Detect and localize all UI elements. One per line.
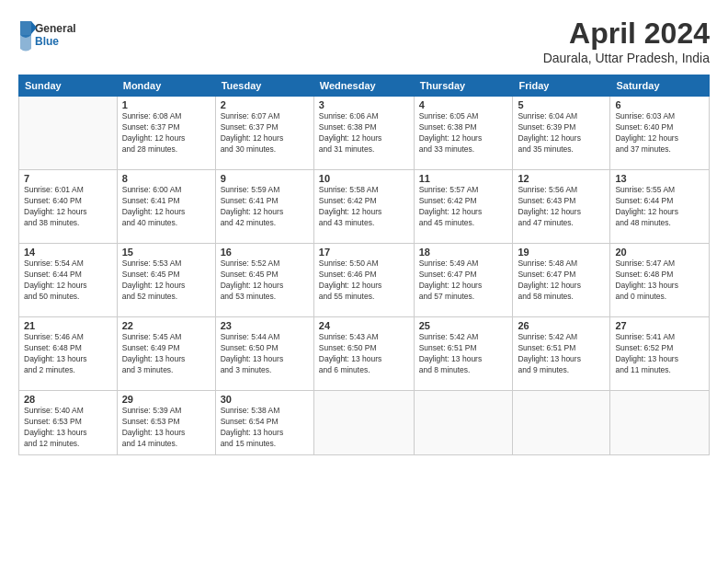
day-number: 14 <box>24 247 112 258</box>
day-number: 26 <box>518 320 605 331</box>
table-row: 17Sunrise: 5:50 AMSunset: 6:46 PMDayligh… <box>313 244 414 317</box>
table-row: 4Sunrise: 6:05 AMSunset: 6:38 PMDaylight… <box>414 97 513 170</box>
logo: General Blue <box>18 17 101 53</box>
table-row <box>610 391 710 455</box>
header-wednesday: Wednesday <box>313 75 414 97</box>
table-row: 21Sunrise: 5:46 AMSunset: 6:48 PMDayligh… <box>19 317 118 391</box>
calendar-week-row: 14Sunrise: 5:54 AMSunset: 6:44 PMDayligh… <box>19 244 710 317</box>
table-row: 27Sunrise: 5:41 AMSunset: 6:52 PMDayligh… <box>610 317 710 391</box>
header-tuesday: Tuesday <box>215 75 313 97</box>
day-info: Sunrise: 6:07 AMSunset: 6:37 PMDaylight:… <box>221 111 309 155</box>
table-row: 12Sunrise: 5:56 AMSunset: 6:43 PMDayligh… <box>513 170 610 244</box>
table-row: 23Sunrise: 5:44 AMSunset: 6:50 PMDayligh… <box>215 317 313 391</box>
header-monday: Monday <box>117 75 215 97</box>
day-info: Sunrise: 6:05 AMSunset: 6:38 PMDaylight:… <box>419 111 508 155</box>
day-number: 23 <box>221 320 309 331</box>
day-info: Sunrise: 5:44 AMSunset: 6:50 PMDaylight:… <box>221 332 309 376</box>
day-number: 18 <box>419 247 508 258</box>
day-number: 28 <box>24 394 112 405</box>
day-info: Sunrise: 5:50 AMSunset: 6:46 PMDaylight:… <box>319 259 409 303</box>
day-number: 25 <box>419 320 508 331</box>
day-info: Sunrise: 5:40 AMSunset: 6:53 PMDaylight:… <box>24 406 112 450</box>
table-row <box>19 97 118 170</box>
day-info: Sunrise: 5:47 AMSunset: 6:48 PMDaylight:… <box>615 259 704 303</box>
table-row: 30Sunrise: 5:38 AMSunset: 6:54 PMDayligh… <box>215 391 313 455</box>
header-sunday: Sunday <box>19 75 118 97</box>
day-info: Sunrise: 5:58 AMSunset: 6:42 PMDaylight:… <box>319 185 409 229</box>
day-info: Sunrise: 6:04 AMSunset: 6:39 PMDaylight:… <box>518 111 605 155</box>
page: General Blue April 2024 Daurala, Uttar P… <box>0 0 728 563</box>
month-title: April 2024 <box>543 17 710 51</box>
day-info: Sunrise: 5:46 AMSunset: 6:48 PMDaylight:… <box>24 332 112 376</box>
table-row: 15Sunrise: 5:53 AMSunset: 6:45 PMDayligh… <box>117 244 215 317</box>
day-info: Sunrise: 5:43 AMSunset: 6:50 PMDaylight:… <box>319 332 409 376</box>
day-info: Sunrise: 5:57 AMSunset: 6:42 PMDaylight:… <box>419 185 508 229</box>
day-info: Sunrise: 5:39 AMSunset: 6:53 PMDaylight:… <box>122 406 210 450</box>
day-number: 3 <box>319 99 409 110</box>
table-row: 22Sunrise: 5:45 AMSunset: 6:49 PMDayligh… <box>117 317 215 391</box>
day-info: Sunrise: 5:42 AMSunset: 6:51 PMDaylight:… <box>518 332 605 376</box>
table-row: 20Sunrise: 5:47 AMSunset: 6:48 PMDayligh… <box>610 244 710 317</box>
day-info: Sunrise: 5:41 AMSunset: 6:52 PMDaylight:… <box>615 332 704 376</box>
table-row: 11Sunrise: 5:57 AMSunset: 6:42 PMDayligh… <box>414 170 513 244</box>
table-row: 3Sunrise: 6:06 AMSunset: 6:38 PMDaylight… <box>313 97 414 170</box>
day-info: Sunrise: 5:42 AMSunset: 6:51 PMDaylight:… <box>419 332 508 376</box>
day-info: Sunrise: 5:59 AMSunset: 6:41 PMDaylight:… <box>221 185 309 229</box>
header-thursday: Thursday <box>414 75 513 97</box>
table-row: 5Sunrise: 6:04 AMSunset: 6:39 PMDaylight… <box>513 97 610 170</box>
calendar-week-row: 7Sunrise: 6:01 AMSunset: 6:40 PMDaylight… <box>19 170 710 244</box>
day-info: Sunrise: 5:52 AMSunset: 6:45 PMDaylight:… <box>221 259 309 303</box>
calendar-week-row: 21Sunrise: 5:46 AMSunset: 6:48 PMDayligh… <box>19 317 710 391</box>
day-number: 27 <box>615 320 704 331</box>
header-friday: Friday <box>513 75 610 97</box>
day-number: 11 <box>419 173 508 184</box>
day-info: Sunrise: 6:08 AMSunset: 6:37 PMDaylight:… <box>122 111 210 155</box>
day-info: Sunrise: 5:49 AMSunset: 6:47 PMDaylight:… <box>419 259 508 303</box>
day-number: 9 <box>221 173 309 184</box>
calendar-header-row: Sunday Monday Tuesday Wednesday Thursday… <box>19 75 710 97</box>
day-info: Sunrise: 5:56 AMSunset: 6:43 PMDaylight:… <box>518 185 605 229</box>
day-number: 16 <box>221 247 309 258</box>
table-row: 2Sunrise: 6:07 AMSunset: 6:37 PMDaylight… <box>215 97 313 170</box>
day-number: 15 <box>122 247 210 258</box>
day-info: Sunrise: 6:00 AMSunset: 6:41 PMDaylight:… <box>122 185 210 229</box>
table-row <box>414 391 513 455</box>
title-section: April 2024 Daurala, Uttar Pradesh, India <box>543 17 710 65</box>
day-number: 10 <box>319 173 409 184</box>
table-row: 9Sunrise: 5:59 AMSunset: 6:41 PMDaylight… <box>215 170 313 244</box>
table-row: 10Sunrise: 5:58 AMSunset: 6:42 PMDayligh… <box>313 170 414 244</box>
day-info: Sunrise: 5:54 AMSunset: 6:44 PMDaylight:… <box>24 259 112 303</box>
day-number: 13 <box>615 173 704 184</box>
day-info: Sunrise: 5:55 AMSunset: 6:44 PMDaylight:… <box>615 185 704 229</box>
day-number: 22 <box>122 320 210 331</box>
svg-text:General: General <box>35 22 76 35</box>
day-info: Sunrise: 6:01 AMSunset: 6:40 PMDaylight:… <box>24 185 112 229</box>
table-row: 13Sunrise: 5:55 AMSunset: 6:44 PMDayligh… <box>610 170 710 244</box>
header-saturday: Saturday <box>610 75 710 97</box>
day-number: 24 <box>319 320 409 331</box>
day-info: Sunrise: 6:03 AMSunset: 6:40 PMDaylight:… <box>615 111 704 155</box>
table-row: 18Sunrise: 5:49 AMSunset: 6:47 PMDayligh… <box>414 244 513 317</box>
day-number: 29 <box>122 394 210 405</box>
day-number: 2 <box>221 99 309 110</box>
day-number: 7 <box>24 173 112 184</box>
table-row: 8Sunrise: 6:00 AMSunset: 6:41 PMDaylight… <box>117 170 215 244</box>
table-row: 14Sunrise: 5:54 AMSunset: 6:44 PMDayligh… <box>19 244 118 317</box>
table-row: 19Sunrise: 5:48 AMSunset: 6:47 PMDayligh… <box>513 244 610 317</box>
header: General Blue April 2024 Daurala, Uttar P… <box>18 17 710 65</box>
table-row: 24Sunrise: 5:43 AMSunset: 6:50 PMDayligh… <box>313 317 414 391</box>
table-row: 25Sunrise: 5:42 AMSunset: 6:51 PMDayligh… <box>414 317 513 391</box>
table-row: 1Sunrise: 6:08 AMSunset: 6:37 PMDaylight… <box>117 97 215 170</box>
table-row <box>513 391 610 455</box>
table-row: 6Sunrise: 6:03 AMSunset: 6:40 PMDaylight… <box>610 97 710 170</box>
table-row: 16Sunrise: 5:52 AMSunset: 6:45 PMDayligh… <box>215 244 313 317</box>
day-number: 19 <box>518 247 605 258</box>
svg-text:Blue: Blue <box>35 35 59 48</box>
day-number: 30 <box>221 394 309 405</box>
day-number: 12 <box>518 173 605 184</box>
day-number: 4 <box>419 99 508 110</box>
calendar-week-row: 28Sunrise: 5:40 AMSunset: 6:53 PMDayligh… <box>19 391 710 455</box>
day-number: 17 <box>319 247 409 258</box>
table-row: 28Sunrise: 5:40 AMSunset: 6:53 PMDayligh… <box>19 391 118 455</box>
table-row: 7Sunrise: 6:01 AMSunset: 6:40 PMDaylight… <box>19 170 118 244</box>
